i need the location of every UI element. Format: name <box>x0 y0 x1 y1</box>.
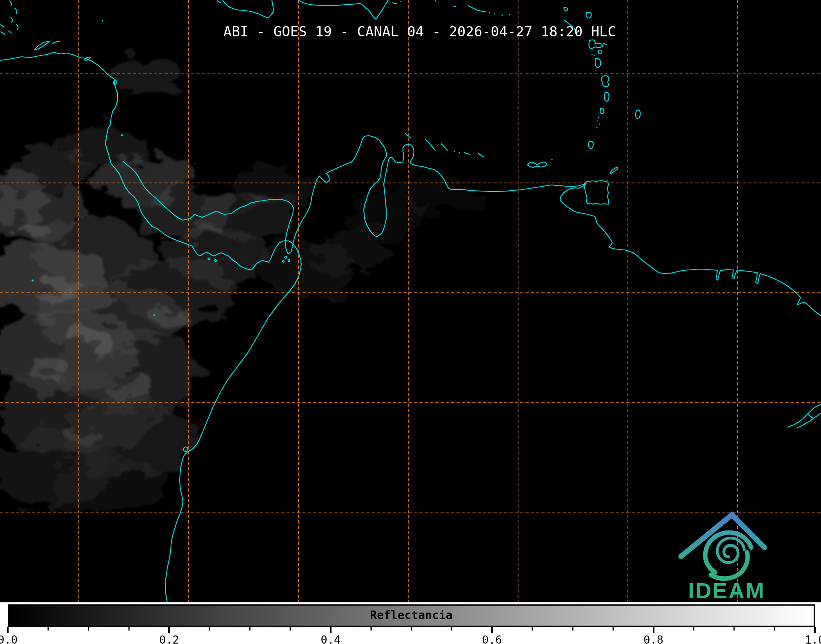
colorbar-minor-tick <box>249 627 251 631</box>
island-los-roques <box>465 153 469 154</box>
cays-3 <box>11 17 12 22</box>
colorbar-tick-label: 0.0 <box>0 633 18 644</box>
cays-5 <box>9 31 11 33</box>
island-san-andres <box>52 42 60 44</box>
cays-1 <box>10 1 11 6</box>
colorbar-tick-label: 0.4 <box>320 633 340 644</box>
island-st-vincent <box>600 108 604 114</box>
colorbar-minor-tick <box>451 627 452 631</box>
cays-4 <box>16 25 18 29</box>
island-marie-galante <box>599 50 602 54</box>
coastline-puerto-rico <box>298 0 388 19</box>
satellite-image-viewer: ABI - GOES 19 - CANAL 04 - 2026-04-27 18… <box>0 0 821 644</box>
island-grande-terre <box>603 43 606 45</box>
island-antigua <box>586 12 592 18</box>
colorbar-major-tick <box>653 627 654 633</box>
island-grenada <box>589 141 594 149</box>
island-la-orchila <box>478 154 483 157</box>
coastline-amazon-3 <box>808 414 814 419</box>
island-dominica <box>595 58 601 68</box>
island-curacao <box>426 140 435 150</box>
colorbar-minor-tick <box>370 627 372 631</box>
island-arc-anguilla <box>468 6 486 12</box>
colorbar-minor-tick <box>47 627 49 631</box>
colorbar-title: Reflectancia <box>370 608 452 622</box>
colorbar-major-tick <box>330 627 332 633</box>
colorbar-major-tick <box>168 627 170 633</box>
colorbar-minor-tick <box>88 627 89 631</box>
island-margarita <box>527 162 547 167</box>
colorbar-minor-tick <box>612 627 614 631</box>
colorbar-minor-tick <box>411 627 412 631</box>
image-title: ABI - GOES 19 - CANAL 04 - 2026-04-27 18… <box>223 23 616 40</box>
ideam-wordmark: IDEAM <box>676 578 778 602</box>
colorbar-minor-tick <box>774 627 775 631</box>
colorbar-minor-tick <box>693 627 694 631</box>
colorbar-tick-label: 1.0 <box>805 633 821 644</box>
island-providencia <box>34 41 49 50</box>
coastline-hispaniola-w <box>217 1 220 3</box>
colorbar-minor-tick <box>532 627 533 631</box>
colorbar-minor-tick <box>572 627 573 631</box>
satellite-map: ABI - GOES 19 - CANAL 04 - 2026-04-27 18… <box>0 0 821 602</box>
island-tobago <box>610 167 618 174</box>
ideam-logo: IDEAM <box>676 508 778 602</box>
island-martinique <box>602 76 609 87</box>
colorbar-major-tick <box>491 627 493 633</box>
colorbar-area: Reflectancia 0.00.20.40.60.81.0 <box>0 602 821 644</box>
colorbar-tick-label: 0.2 <box>159 633 179 644</box>
colorbar-major-tick <box>7 627 9 633</box>
island-guadeloupe <box>589 40 603 49</box>
colorbar-minor-tick <box>209 627 210 631</box>
island-st-croix <box>453 6 456 7</box>
colorbar-minor-tick <box>734 627 735 631</box>
colorbar-major-tick <box>814 627 816 633</box>
colorbar-gradient: Reflectancia <box>8 604 815 627</box>
cays-2 <box>15 8 17 13</box>
colorbar-minor-tick <box>128 627 129 631</box>
colorbar-minor-tick <box>289 627 291 631</box>
island-barbuda <box>564 7 567 11</box>
island-trinidad <box>584 180 609 204</box>
island-vieques <box>392 3 397 4</box>
island-bonaire <box>441 144 447 150</box>
edge-fragment-2 <box>1 32 5 34</box>
colorbar-tick-label: 0.6 <box>482 633 502 644</box>
colorbar-tick-label: 0.8 <box>643 633 663 644</box>
edge-fragment-1 <box>0 25 4 27</box>
island-barbados <box>636 110 640 119</box>
cloud-layer <box>0 59 478 517</box>
logo-swirl-inner <box>717 538 744 563</box>
coastline-hispaniola <box>222 0 274 18</box>
island-st-lucia <box>605 92 609 101</box>
